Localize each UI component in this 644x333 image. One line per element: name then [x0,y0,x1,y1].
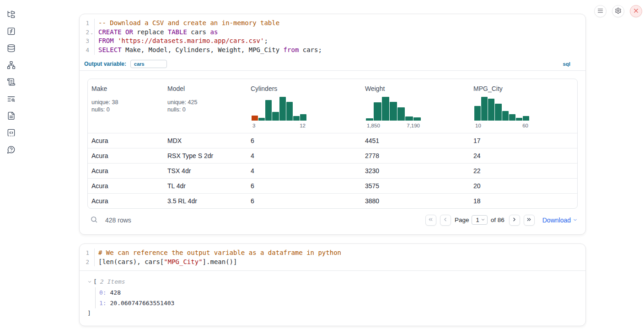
code-line[interactable]: -- Download a CSV and create an in-memor… [98,19,322,28]
column-histogram [474,97,529,121]
table-cell: 3880 [361,197,470,205]
output-variable-label: Output variable: [84,61,126,67]
search-button[interactable] [90,216,98,225]
sidebar-item-tracebacks[interactable] [6,95,16,104]
network-icon [7,61,16,71]
code-line[interactable]: CREATE OR replace TABLE cars as [98,28,322,37]
sidebar-item-datasources[interactable] [6,44,16,53]
output-variable-input[interactable] [130,60,167,68]
column-header-make[interactable]: Makeunique: 38nulls: 0 [88,79,164,133]
sql-cell: 12⌄34 -- Download a CSV and create an in… [79,14,586,235]
prev-page-button[interactable] [440,215,451,226]
sidebar-item-logs[interactable] [6,78,16,87]
table-cell: 3.5 RL 4dr [164,197,247,205]
table-cell: Acura [88,182,164,190]
output-tree: [ 2 Items 0: 4281: 20.060747663551403 ] [80,271,585,326]
table-footer: 428 rows Page 1 of 86 [87,209,578,234]
shutdown-button[interactable] [630,5,642,17]
help-bubble-icon [7,145,16,155]
search-icon [90,216,98,225]
tree-open-bracket: [ [93,277,97,287]
column-header-cylinders[interactable]: Cylinders312 [247,79,361,133]
histogram-bar [366,118,373,121]
column-header-mpg_city[interactable]: MPG_City1060 [470,79,577,133]
table-cell: Acura [88,152,164,159]
row-count: 428 rows [105,217,131,224]
column-stats: unique: 38nulls: 0 [91,99,162,114]
last-page-button[interactable] [524,215,535,226]
fold-chevron-icon[interactable]: ⌄ [89,31,94,35]
histogram-bar [374,102,381,121]
table-cell: 4 [247,167,361,174]
histogram-bar [509,114,515,121]
column-name: Model [167,85,245,92]
sidebar [0,0,22,333]
python-code-editor[interactable]: 12 # We can reference the output variabl… [80,244,585,270]
sidebar-item-variables[interactable] [6,27,16,37]
table-cell: 4451 [361,137,470,144]
histogram-bar [293,116,300,121]
data-table: Makeunique: 38nulls: 0Modelunique: 425nu… [87,79,578,209]
download-label: Download [542,217,571,224]
page-total-label: of 86 [491,217,504,223]
download-button[interactable]: Download [542,217,578,224]
sidebar-item-documentation[interactable] [6,112,16,121]
table-cell: 6 [247,182,361,190]
table-cell: RSX Type S 2dr [164,152,247,159]
sidebar-item-snippets[interactable] [6,129,16,138]
histogram-bar [300,114,306,121]
code-line[interactable]: SELECT Make, Model, Cylinders, Weight, M… [98,46,322,55]
sidebar-item-dependency-graph[interactable] [6,61,16,70]
page-select-value: 1 [476,217,479,223]
table-cell: 24 [470,152,577,159]
table-cell: Acura [88,197,164,205]
table-cell: 6 [247,137,361,144]
table-cell: TL 4dr [164,182,247,190]
histogram-bar [390,102,397,121]
gear-icon [615,7,622,16]
table-header: Makeunique: 38nulls: 0Modelunique: 425nu… [88,79,577,133]
table-row: AcuraTL 4dr6357520 [88,178,577,193]
menu-button[interactable] [594,5,606,17]
sidebar-item-file-explorer[interactable] [6,11,16,20]
chevron-right-icon [511,217,517,224]
sidebar-item-help[interactable] [6,146,16,155]
code-snippet-icon [7,128,16,138]
first-page-button[interactable] [425,215,436,226]
table-row: AcuraRSX Type S 2dr4277824 [88,148,577,163]
table-cell: Acura [88,137,164,144]
histogram-bar [481,97,488,121]
histogram-axis-labels: 1060 [474,123,529,128]
table-cell: 6 [247,197,361,205]
page-label: Page [455,217,469,223]
settings-button[interactable] [612,5,624,17]
table-body: AcuraMDX6445117AcuraRSX Type S 2dr427782… [88,133,577,208]
histogram-axis-labels: 1,8507,190 [366,123,421,128]
column-header-model[interactable]: Modelunique: 425nulls: 0 [164,79,247,133]
tree-collapse-button[interactable] [87,279,92,285]
table-cell: 18 [470,197,577,205]
column-header-weight[interactable]: Weight1,8507,190 [361,79,470,133]
tree-close-bracket: ] [87,308,578,319]
text-search-icon [7,95,16,105]
gutter: 12 [80,248,95,266]
code-lines[interactable]: # We can reference the output variable a… [95,248,341,266]
table-row: AcuraTSX 4dr4323022 [88,163,577,178]
histogram-bar [516,118,522,121]
code-line[interactable]: [len(cars), cars["MPG_City"].mean()] [98,258,341,267]
table-output: Makeunique: 38nulls: 0Modelunique: 425nu… [80,71,585,234]
page-select[interactable]: 1 [472,215,487,225]
code-lines[interactable]: -- Download a CSV and create an in-memor… [95,19,322,55]
tree-header: [ 2 Items [87,277,578,287]
code-line[interactable]: FROM 'https://datasets.marimo.app/cars.c… [98,37,322,46]
histogram-bar [523,116,529,121]
next-page-button[interactable] [509,215,520,226]
code-line[interactable]: # We can reference the output variable a… [98,248,341,258]
table-cell: 3575 [361,182,470,190]
histogram-bar [265,100,272,121]
histogram-bar [495,104,501,121]
chevrons-left-icon [428,217,434,224]
table-row: AcuraMDX6445117 [88,133,577,148]
sql-code-editor[interactable]: 12⌄34 -- Download a CSV and create an in… [80,14,585,59]
histogram-bar [286,102,293,121]
